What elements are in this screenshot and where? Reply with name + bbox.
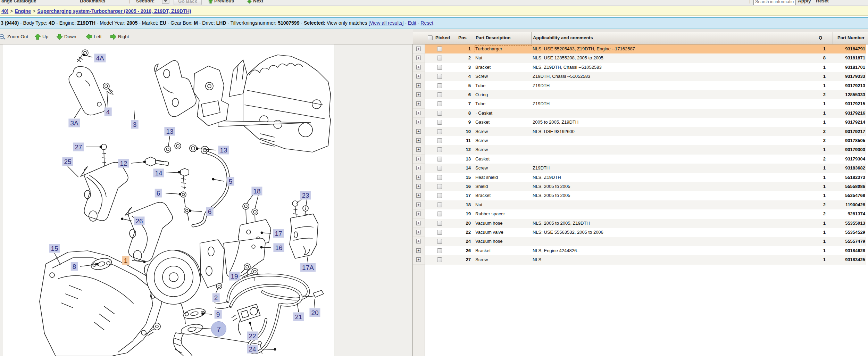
picked-checkbox[interactable]: [437, 138, 442, 143]
picked-checkbox[interactable]: [437, 202, 442, 207]
expand-row-icon[interactable]: +: [416, 120, 421, 124]
expand-row-icon[interactable]: +: [416, 47, 421, 51]
expand-row-icon[interactable]: +: [416, 193, 421, 198]
table-row[interactable]: 11Screw293178505: [425, 136, 866, 145]
diagram-callout-12[interactable]: 12: [118, 159, 129, 168]
picked-checkbox[interactable]: [437, 56, 442, 60]
expand-row-icon[interactable]: +: [416, 239, 421, 243]
expand-row-icon[interactable]: +: [416, 221, 421, 225]
diagram-callout-3[interactable]: 3: [131, 120, 139, 129]
diagram-callout-21[interactable]: 21: [293, 313, 304, 321]
picked-checkbox[interactable]: [437, 129, 442, 134]
breadcrumb-link-section[interactable]: Supercharging system-Turbocharger (2005 …: [37, 8, 191, 14]
picked-checkbox[interactable]: [437, 248, 442, 253]
diagram-callout-6[interactable]: 6: [206, 207, 214, 216]
diagram-callout-4A[interactable]: 4A: [94, 54, 106, 63]
picked-all-checkbox[interactable]: [428, 35, 433, 40]
diagram-callout-4[interactable]: 4: [105, 108, 112, 116]
diagram-callout-17A[interactable]: 17A: [300, 263, 316, 272]
table-row[interactable]: 15Heat shieldNLS, Z19DTH155182373: [425, 173, 866, 182]
diagram-callout-27[interactable]: 27: [73, 143, 84, 151]
picked-checkbox[interactable]: [437, 111, 442, 116]
table-row[interactable]: 8· Gasket193179216: [425, 109, 866, 118]
expand-row-icon[interactable]: +: [416, 101, 421, 106]
pan-up-button[interactable]: Up: [35, 33, 48, 41]
picked-checkbox[interactable]: [437, 74, 442, 79]
table-row[interactable]: 12Screw193179303: [425, 145, 866, 154]
expand-row-icon[interactable]: +: [416, 65, 421, 69]
table-row[interactable]: 16ShieldNLS, 2005 to 2005155558086: [425, 182, 866, 191]
diagram-callout-6[interactable]: 6: [155, 189, 162, 198]
diagram-callout-20[interactable]: 20: [309, 308, 320, 317]
diagram-callout-17[interactable]: 17: [273, 229, 284, 238]
expand-row-icon[interactable]: +: [416, 202, 421, 207]
diagram-callout-8[interactable]: 8: [71, 262, 78, 271]
info-link[interactable]: [View all results]: [368, 20, 403, 26]
picked-checkbox[interactable]: [437, 101, 442, 106]
pan-down-button[interactable]: Down: [57, 33, 76, 41]
picked-checkbox[interactable]: [437, 157, 442, 162]
expand-row-icon[interactable]: +: [416, 166, 421, 170]
picked-checkbox[interactable]: [437, 166, 442, 171]
diagram-callout-16[interactable]: 16: [273, 243, 284, 252]
diagram-callout-19[interactable]: 19: [229, 272, 240, 281]
expand-row-icon[interactable]: +: [416, 175, 421, 180]
diagram-callout-7[interactable]: 7: [211, 321, 226, 337]
diagram-callout-3A[interactable]: 3A: [68, 119, 80, 127]
picked-checkbox[interactable]: [437, 212, 442, 216]
breadcrumb-link-engine[interactable]: Engine: [15, 8, 31, 14]
table-row[interactable]: 17BracketNLS, 2005 to 2005155354768: [425, 191, 866, 200]
expand-row-icon[interactable]: +: [416, 212, 421, 216]
picked-checkbox[interactable]: [437, 147, 442, 152]
diagram-callout-9[interactable]: 9: [215, 310, 222, 319]
table-row[interactable]: 1TurbochargerNLS: USE 55205483, Z19DTH, …: [425, 44, 866, 53]
menu-item-bookmarks[interactable]: Bookmarks: [80, 0, 106, 5]
table-row[interactable]: 7TubeZ19DTH193179215: [425, 99, 866, 108]
picked-checkbox[interactable]: [437, 65, 442, 70]
diagram-callout-13[interactable]: 13: [218, 146, 229, 155]
diagram-callout-1[interactable]: 1: [122, 256, 130, 265]
pan-right-button[interactable]: Right: [110, 33, 129, 41]
diagram-callout-5[interactable]: 5: [227, 177, 234, 186]
previous-button[interactable]: Previous: [208, 0, 234, 5]
diagram-callout-14[interactable]: 14: [153, 169, 164, 177]
zoom-out-button[interactable]: Zoom Out: [0, 33, 28, 41]
expand-row-icon[interactable]: +: [416, 129, 421, 134]
expand-row-icon[interactable]: +: [416, 83, 421, 88]
picked-checkbox[interactable]: [437, 92, 442, 97]
expand-row-icon[interactable]: +: [416, 248, 421, 253]
menu-item-change-catalogue[interactable]: ange Catalogue: [1, 0, 36, 5]
expand-row-icon[interactable]: +: [416, 184, 421, 189]
table-row[interactable]: 19Rubber spacer29281374: [425, 209, 866, 218]
picked-checkbox[interactable]: [437, 257, 442, 262]
expand-row-icon[interactable]: +: [416, 157, 421, 161]
picked-checkbox[interactable]: [437, 239, 442, 244]
diagram-callout-24[interactable]: 24: [247, 345, 258, 354]
expand-row-icon[interactable]: +: [416, 138, 421, 143]
search-input[interactable]: [753, 0, 796, 6]
table-row[interactable]: 18Nut211900428: [425, 200, 866, 209]
expand-row-icon[interactable]: +: [416, 111, 421, 115]
picked-checkbox[interactable]: [437, 184, 442, 189]
picked-checkbox[interactable]: [437, 120, 442, 125]
picked-checkbox[interactable]: [437, 230, 442, 235]
diagram-callout-26[interactable]: 26: [134, 217, 144, 225]
picked-checkbox[interactable]: [437, 193, 442, 198]
section-dropdown[interactable]: [162, 0, 169, 5]
pan-left-button[interactable]: Left: [86, 33, 102, 41]
expand-row-icon[interactable]: +: [416, 257, 421, 262]
next-button[interactable]: Next: [247, 0, 263, 5]
table-row[interactable]: 26BracketNLS, Engine 4244826--193184628: [425, 246, 866, 255]
table-row[interactable]: 24Vacuum hose155557479: [425, 237, 866, 246]
diagram-callout-23[interactable]: 23: [300, 191, 311, 200]
table-row[interactable]: 9Gasket2005 to 2005, Z19DTH193179214: [425, 118, 866, 127]
table-row[interactable]: 20Vacuum hoseNLS, 2005 to 2005, Z19DTH15…: [425, 219, 866, 228]
expand-row-icon[interactable]: +: [416, 230, 421, 234]
picked-checkbox[interactable]: [437, 83, 442, 88]
diagram-callout-18[interactable]: 18: [251, 187, 262, 196]
diagram-callout-2[interactable]: 2: [212, 293, 220, 302]
go-back-button[interactable]: Go Back: [174, 0, 202, 5]
table-row[interactable]: 10ScrewNLS: USE 93192600293179217: [425, 127, 866, 136]
table-row[interactable]: 14ScrewZ19DTH193183682: [425, 164, 866, 173]
expand-row-icon[interactable]: +: [416, 92, 421, 97]
